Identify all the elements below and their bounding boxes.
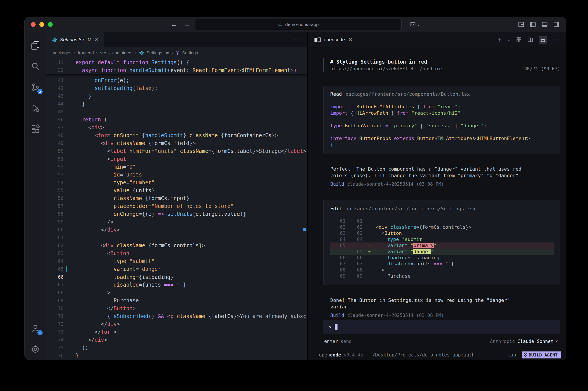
- code-line[interactable]: 41 onError(e);: [46, 77, 307, 84]
- code-line[interactable]: 13export default function Settings() {: [46, 59, 307, 66]
- code-line[interactable]: 53 id="units": [46, 171, 307, 179]
- code-line[interactable]: 67 disabled={units === ""}: [46, 281, 307, 289]
- tab-settings-tsx[interactable]: Settings.tsx M ✕: [46, 32, 105, 47]
- search-icon: [31, 61, 40, 71]
- code-line[interactable]: 65 variant="danger": [46, 265, 307, 273]
- code-line[interactable]: 48 <form onSubmit={handleSubmit} classNa…: [46, 131, 307, 139]
- code-line[interactable]: 58 onChange={(e) => setUnits(e.target.va…: [46, 210, 307, 218]
- code-line[interactable]: 32 async function handleSubmit(event: Re…: [46, 66, 307, 74]
- activity-run-debug[interactable]: [25, 98, 46, 119]
- back-icon[interactable]: ←: [171, 21, 177, 28]
- code-line[interactable]: 45: [46, 108, 307, 116]
- prompt-input[interactable]: >: [323, 320, 560, 334]
- diff-row: 65- variant="primary": [330, 242, 554, 249]
- code-line[interactable]: 57 placeholder="Number of notes to store…: [46, 202, 307, 210]
- activity-source-control[interactable]: 2: [25, 77, 46, 98]
- code-line[interactable]: 43 }: [46, 92, 307, 100]
- code-line[interactable]: 47 <div>: [46, 124, 307, 131]
- activity-account[interactable]: 1: [25, 318, 46, 339]
- titlebar[interactable]: ← → demo-notes-app ⌄: [25, 17, 566, 32]
- minimize-window-button[interactable]: [39, 22, 44, 27]
- model-label[interactable]: Claude Sonnet 4: [517, 339, 559, 344]
- code-line[interactable]: 42 setIsLoading(false);: [46, 84, 307, 92]
- code-line[interactable]: 72 </div>: [46, 320, 307, 328]
- breadcrumb-item[interactable]: packages: [53, 50, 72, 55]
- breadcrumb-item[interactable]: containers: [112, 50, 132, 55]
- command-center-search[interactable]: demo-notes-app: [195, 19, 402, 30]
- code-line[interactable]: 46 return (: [46, 116, 307, 124]
- toggle-secondary-sidebar-icon[interactable]: [553, 21, 560, 28]
- code-line[interactable]: 68 >: [46, 289, 307, 297]
- code-line[interactable]: 44 }: [46, 100, 307, 108]
- diff-block: 61616262<div className={formCs.controls}…: [330, 218, 554, 279]
- code-editor[interactable]: 13export default function Settings() {32…: [46, 59, 307, 360]
- close-icon[interactable]: ✕: [348, 36, 353, 43]
- close-icon[interactable]: ✕: [95, 36, 99, 43]
- code-line[interactable]: 64 type="submit": [46, 257, 307, 265]
- text-cursor: [335, 324, 338, 330]
- new-terminal-icon[interactable]: +: [498, 36, 502, 43]
- close-window-button[interactable]: [31, 22, 36, 27]
- code-line[interactable]: 75 );: [46, 344, 307, 352]
- code-line[interactable]: 69 Purchase: [46, 297, 307, 304]
- code-line[interactable]: 71 {isSubscribed() && <p className={labe…: [46, 312, 307, 320]
- diff-row: 6262<div className={formCs.controls}>: [330, 224, 554, 230]
- opencode-session[interactable]: # Styling Settings button in red https:/…: [308, 47, 566, 351]
- breadcrumb-item[interactable]: frontend: [78, 50, 94, 55]
- activity-explorer[interactable]: [25, 35, 46, 56]
- session-share-url[interactable]: https://opencode.ai/s/eBdFXTiH: [330, 66, 413, 72]
- diff-row: 6161: [330, 218, 554, 224]
- code-line[interactable]: 63 <Button: [46, 249, 307, 257]
- more-actions-icon[interactable]: ⋯: [553, 36, 560, 43]
- activity-extensions[interactable]: [25, 119, 46, 140]
- code-line[interactable]: 56 className={formCs.input}: [46, 195, 307, 202]
- diff-row: 6767 disabled={units === ""}: [330, 261, 554, 267]
- zoom-window-button[interactable]: [48, 22, 53, 27]
- code-line[interactable]: 54 type="number": [46, 179, 307, 187]
- gutter-modified-indicator: [66, 266, 67, 272]
- code-line[interactable]: 59 />: [46, 218, 307, 226]
- chevron-right-icon: ›: [74, 50, 75, 55]
- activity-settings[interactable]: [25, 339, 46, 360]
- code-line[interactable]: 74 </div>: [46, 336, 307, 344]
- split-terminal-icon[interactable]: [527, 37, 533, 43]
- activity-search[interactable]: [25, 56, 46, 77]
- copilot-icon[interactable]: ⌄: [409, 17, 420, 32]
- edit-tool-block: Editpackages/frontend/src/containers/Set…: [323, 200, 560, 285]
- assistant-message: Perfect! The Button component has a "dan…: [323, 166, 560, 179]
- symbol-icon: [175, 51, 180, 55]
- code-line[interactable]: 60 </div>: [46, 226, 307, 234]
- toggle-primary-sidebar-icon[interactable]: [530, 21, 536, 28]
- forward-icon[interactable]: →: [184, 21, 190, 28]
- lock-icon: [540, 37, 546, 43]
- code-line[interactable]: 51 <input: [46, 155, 307, 163]
- more-actions-icon[interactable]: ⋯: [294, 36, 301, 43]
- code-line[interactable]: 50 <label htmlFor="units" className={for…: [46, 147, 307, 155]
- code-line[interactable]: 55 value={units}: [46, 187, 307, 195]
- lock-toggle[interactable]: [539, 36, 547, 44]
- breadcrumb-item[interactable]: src: [100, 50, 106, 55]
- code-line[interactable]: 62 <div className={formCs.controls}>: [46, 242, 307, 249]
- code-line[interactable]: 52 min="0": [46, 163, 307, 171]
- agent-mode-badge[interactable]: BUILD AGENT: [522, 351, 561, 358]
- provider-label: Anthropic: [490, 339, 515, 344]
- code-line[interactable]: 70 </Button>: [46, 304, 307, 312]
- code-line[interactable]: 73 </form>: [46, 328, 307, 336]
- session-header: # Styling Settings button in red https:/…: [323, 58, 560, 72]
- code-line[interactable]: 76}: [46, 352, 307, 360]
- breadcrumb-item[interactable]: Settings.tsx: [146, 50, 169, 55]
- chevron-right-icon: ›: [96, 50, 98, 55]
- terminal-grid-icon[interactable]: [516, 37, 522, 43]
- code-line[interactable]: 66 loading={isLoading}: [46, 273, 307, 281]
- input-hints: enter send Anthropic Claude Sonnet 4: [323, 339, 560, 344]
- chevron-down-icon[interactable]: ⌄: [508, 38, 510, 42]
- breadcrumb-item[interactable]: Settings: [182, 50, 198, 55]
- unshare-link[interactable]: /unshare: [420, 66, 442, 72]
- code-line[interactable]: 61: [46, 234, 307, 242]
- code-line[interactable]: 49 <div className={formCs.field}>: [46, 139, 307, 147]
- customize-layout-icon[interactable]: [518, 21, 524, 28]
- build-attribution: Buildclaude-sonnet-4-20250514 (03:08 PM): [323, 313, 560, 318]
- panel-tab-title[interactable]: opencode: [324, 37, 345, 43]
- gear-icon: [31, 344, 40, 354]
- toggle-panel-icon[interactable]: [541, 21, 548, 28]
